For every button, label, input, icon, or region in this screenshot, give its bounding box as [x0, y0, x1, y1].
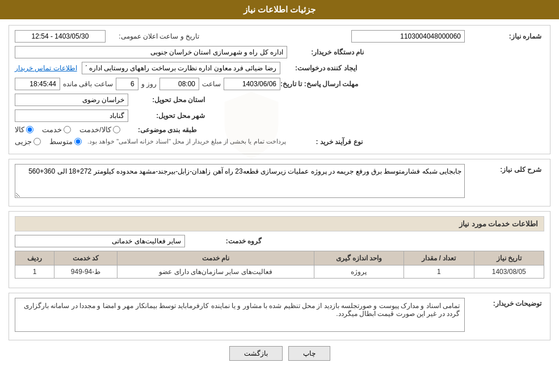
cell-date: 1403/08/05 — [474, 265, 544, 279]
row-city: شهر محل تحویل: — [15, 109, 544, 122]
process-label: نوع فرآیند خرید : — [286, 138, 365, 146]
description-section: شرح کلی نیاز: — [9, 159, 550, 206]
deadline-time-row: ساعت روز و ساعت باقی مانده — [15, 78, 280, 90]
col-service-name: نام خدمت — [117, 251, 314, 265]
print-button[interactable]: چاپ — [288, 346, 330, 361]
page-header: جزئیات اطلاعات نیاز — [0, 0, 559, 19]
row-process: نوع فرآیند خرید : پرداخت تمام یا بخشی از… — [15, 137, 544, 146]
table-body: 1403/08/05 1 پروژه فعالیت‌های سایر سازما… — [15, 265, 544, 279]
need-number-input[interactable] — [351, 30, 465, 43]
row-buyer-org: نام دستگاه خریدار: — [15, 46, 544, 58]
col-service-code: کد خدمت — [54, 251, 117, 265]
main-container: جزئیات اطلاعات نیاز شماره نیاز: تاریخ و … — [0, 0, 559, 392]
category-option-goods-service[interactable]: کالا/خدمت — [79, 125, 120, 134]
buyer-org-label: نام دستگاه خریدار: — [287, 48, 367, 56]
category-label: طبقه بندی موضوعی: — [120, 126, 200, 134]
process-option-medium[interactable]: متوسط — [49, 137, 82, 146]
deadline-remaining-label: ساعت باقی مانده — [63, 80, 113, 88]
cell-service-code: ط-94-949 — [54, 265, 117, 279]
description-label: شرح کلی نیاز: — [465, 164, 544, 174]
col-quantity: تعداد / مقدار — [404, 251, 474, 265]
category-label-goods-service: کالا/خدمت — [79, 125, 111, 134]
creator-label: ایجاد کننده درخواست: — [280, 64, 360, 72]
services-section-title: اطلاعات خدمات مورد نیاز — [15, 216, 544, 231]
row-need-number: شماره نیاز: تاریخ و ساعت اعلان عمومی: — [15, 30, 544, 43]
category-radio-goods[interactable] — [26, 126, 33, 133]
announce-time-input[interactable] — [15, 30, 106, 43]
deadline-days-input[interactable] — [116, 78, 138, 90]
need-number-value-cell — [208, 30, 465, 43]
creator-input[interactable] — [82, 62, 280, 74]
process-label-medium: متوسط — [49, 137, 73, 146]
deadline-date-input[interactable] — [224, 78, 280, 90]
table-header: تاریخ نیاز تعداد / مقدار واحد اندازه گیر… — [15, 251, 544, 265]
col-unit: واحد اندازه گیری — [314, 251, 404, 265]
col-date: تاریخ نیاز — [474, 251, 544, 265]
city-input[interactable] — [15, 109, 128, 122]
top-info-section: شماره نیاز: تاریخ و ساعت اعلان عمومی: نا… — [9, 25, 550, 154]
content-area: شماره نیاز: تاریخ و ساعت اعلان عمومی: نا… — [0, 19, 559, 372]
table-header-row: تاریخ نیاز تعداد / مقدار واحد اندازه گیر… — [15, 251, 544, 265]
contact-link[interactable]: اطلاعات تماس خریدار — [15, 64, 77, 72]
deadline-time-label-text: ساعت — [202, 80, 221, 88]
province-input[interactable] — [15, 94, 128, 106]
description-textarea[interactable] — [15, 164, 465, 198]
row-service-group: گروه خدمت: — [15, 235, 544, 247]
description-row: شرح کلی نیاز: — [15, 164, 544, 198]
buyer-notes-section: توضیحات خریدار: تمامی اسناد و مدارک پیوس… — [9, 293, 550, 340]
services-table: تاریخ نیاز تعداد / مقدار واحد اندازه گیر… — [15, 251, 544, 279]
category-radio-goods-service[interactable] — [113, 126, 120, 133]
buyer-notes-label: توضیحات خریدار: — [465, 298, 544, 307]
service-group-input[interactable] — [15, 235, 185, 247]
row-deadline: مهلت ارسال پاسخ: تا تاریخ: ساعت روز و سا… — [15, 78, 544, 90]
category-radio-group: کالا/خدمت خدمت کالا — [15, 125, 120, 134]
deadline-time-input[interactable] — [159, 78, 199, 90]
process-container: پرداخت تمام یا بخشی از مبلغ خریدار از مح… — [15, 137, 286, 146]
col-row: ردیف — [15, 251, 54, 265]
table-row: 1403/08/05 1 پروژه فعالیت‌های سایر سازما… — [15, 265, 544, 279]
category-option-goods[interactable]: کالا — [15, 125, 33, 134]
announce-time-label: تاریخ و ساعت اعلان عمومی: — [108, 32, 199, 40]
page-title: جزئیات اطلاعات نیاز — [243, 5, 316, 14]
process-label-partial: جزیی — [15, 137, 32, 146]
category-label-service: خدمت — [42, 125, 62, 134]
category-radio-service[interactable] — [64, 126, 71, 133]
category-label-goods: کالا — [15, 125, 24, 134]
cell-quantity: 1 — [404, 265, 474, 279]
process-radio-partial[interactable] — [33, 138, 41, 145]
buyer-notes-content: تمامی اسناد و مدارک پیوست و صورتجلسه باز… — [15, 298, 465, 332]
cell-service-name: فعالیت‌های سایر سازمان‌های دارای عضو — [117, 265, 314, 279]
process-radio-medium[interactable] — [74, 138, 82, 145]
row-category: طبقه بندی موضوعی: کالا/خدمت خدمت کالا — [15, 125, 544, 134]
process-radio-group: متوسط جزیی — [15, 137, 82, 146]
city-label: شهر محل تحویل: — [128, 112, 208, 120]
bottom-buttons: چاپ بازگشت — [9, 346, 550, 366]
buyer-notes-row: توضیحات خریدار: تمامی اسناد و مدارک پیوس… — [15, 298, 544, 332]
row-creator: ایجاد کننده درخواست: اطلاعات تماس خریدار — [15, 62, 544, 74]
cell-row: 1 — [15, 265, 54, 279]
process-option-partial[interactable]: جزیی — [15, 137, 41, 146]
province-label: استان محل تحویل: — [128, 96, 208, 104]
deadline-remaining-input[interactable] — [15, 78, 60, 90]
buyer-org-input[interactable] — [15, 46, 287, 58]
deadline-day-label: روز و — [141, 80, 157, 88]
deadline-label: مهلت ارسال پاسخ: تا تاریخ: — [280, 80, 361, 88]
service-group-label: گروه خدمت: — [185, 237, 264, 245]
services-section: اطلاعات خدمات مورد نیاز گروه خدمت: تاریخ… — [9, 211, 550, 288]
back-button[interactable]: بازگشت — [229, 346, 283, 361]
category-option-service[interactable]: خدمت — [42, 125, 71, 134]
need-number-label: شماره نیاز: — [465, 32, 544, 40]
cell-unit: پروژه — [314, 265, 404, 279]
row-province: استان محل تحویل: — [15, 94, 544, 106]
process-note: پرداخت تمام یا بخشی از مبلغ خریدار از مح… — [87, 138, 286, 145]
